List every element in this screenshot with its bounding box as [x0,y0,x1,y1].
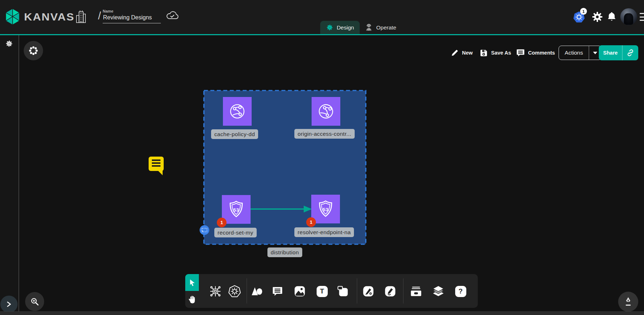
link-icon [626,49,634,57]
comment-icon [272,286,283,297]
frame-icon [201,228,207,232]
node-origin-access-control[interactable] [312,97,340,126]
comment-icon [516,48,525,57]
tool-comment[interactable] [270,283,285,299]
tool-text[interactable]: T [314,283,330,299]
copy-link-button[interactable] [622,45,638,60]
new-label: New [462,50,473,56]
help-icon: ? [455,286,466,297]
zoom-in-icon [30,297,39,306]
tool-image[interactable] [292,283,308,299]
image-icon [294,286,305,297]
tool-sketch[interactable] [382,283,398,299]
tool-card[interactable] [335,283,351,299]
expand-sidebar-button[interactable] [0,296,18,313]
floppy-icon [480,49,488,57]
zoom-button[interactable] [25,292,44,311]
kanvas-app: KANVAS / Name [0,0,644,315]
user-avatar[interactable] [620,8,637,25]
header-accent-line [0,34,644,35]
chip-icon [209,285,222,298]
meshery-swirl-icon[interactable] [5,40,13,48]
node-label[interactable]: origin-access-contr... [294,129,355,139]
comment-pin-line [152,159,160,161]
group-label[interactable]: distribution [267,247,302,257]
layers-icon [432,286,444,297]
canvas-comment-pin[interactable] [149,157,164,171]
tab-operate-label: Operate [376,24,396,31]
save-as-label: Save As [491,50,511,56]
hamburger-menu-icon[interactable] [640,13,644,21]
operate-agent-icon [365,23,373,32]
left-sidebar [0,35,19,311]
kanvas-logo[interactable] [4,8,21,27]
node-cache-policy[interactable] [223,97,252,126]
kubernetes-count-badge: 1 [580,8,587,15]
comment-pin-tail [158,171,163,175]
tool-mesh-components[interactable] [207,283,223,299]
pen-tool-icon [363,286,374,297]
archive-drawer-icon [410,286,422,297]
tool-archive[interactable] [408,283,424,299]
toolbar-divider [403,278,403,304]
canvas-loader-button[interactable] [24,41,43,60]
tool-pan[interactable] [185,291,199,308]
brand-name: KANVAS [24,11,75,23]
error-count-badge[interactable]: 1 [217,218,227,227]
node-record-set[interactable]: 53 [222,195,251,224]
design-swirl-icon [326,24,333,31]
comment-pin-line [152,162,160,164]
pencil-icon [451,49,459,57]
gear-icon [592,11,603,22]
text-tool-icon: T [317,286,328,297]
tool-select[interactable] [185,274,199,291]
tool-shapes[interactable] [249,283,265,299]
settings-button[interactable] [591,10,604,23]
route53-number: 53 [311,195,340,223]
share-label: Share [599,45,622,60]
bottom-scrollbar[interactable] [0,311,644,315]
group-select-handle[interactable] [200,225,209,235]
cloudfront-globe-icon [313,98,339,125]
design-name-label: Name [103,9,161,13]
header: KANVAS / Name [0,0,644,34]
node-label[interactable]: cache-policy-dd [211,129,258,139]
design-name-field: Name [103,9,161,23]
comment-pin-line [152,165,160,167]
node-resolver-endpoint[interactable]: 53 [311,195,340,223]
loader-flower-icon [29,46,38,55]
pen-nib-icon [624,297,633,307]
error-count-badge[interactable]: 1 [306,217,316,227]
notifications-button[interactable] [606,11,617,23]
shapes-icon [251,286,263,297]
node-label[interactable]: record-set-my [214,228,257,237]
tool-layers[interactable] [430,283,446,299]
chevron-down-icon [593,52,597,54]
toolbar-divider [247,278,247,304]
tool-kubernetes-components[interactable] [227,283,242,299]
kanvas-hexagon-icon [4,8,21,26]
actions-button[interactable]: Actions [559,46,602,60]
design-name-input[interactable] [103,13,161,23]
cloud-saved-icon[interactable] [166,10,179,22]
breadcrumb-separator: / [98,10,101,22]
comments-button[interactable]: Comments [516,46,555,60]
toolbar-divider [357,278,357,304]
route53-number: 53 [222,195,251,224]
organization-icon[interactable] [75,10,86,26]
kubernetes-connection-button[interactable]: 1 [572,10,586,24]
node-label[interactable]: resolver-endpoint-na [294,227,354,237]
tab-operate[interactable]: Operate [360,21,401,34]
pointer-tool-column [185,274,199,308]
new-button[interactable]: New [451,46,473,60]
save-as-button[interactable]: Save As [480,46,511,60]
pen-mode-button[interactable] [618,292,638,312]
card-icon [337,286,349,297]
bottom-toolbar: T [199,274,478,308]
edge-arrow[interactable] [250,205,313,213]
tool-pen[interactable] [360,283,376,299]
tool-help[interactable]: ? [453,283,468,299]
cursor-icon [188,279,196,287]
tab-design[interactable]: Design [320,21,360,34]
share-button[interactable]: Share [599,45,638,60]
